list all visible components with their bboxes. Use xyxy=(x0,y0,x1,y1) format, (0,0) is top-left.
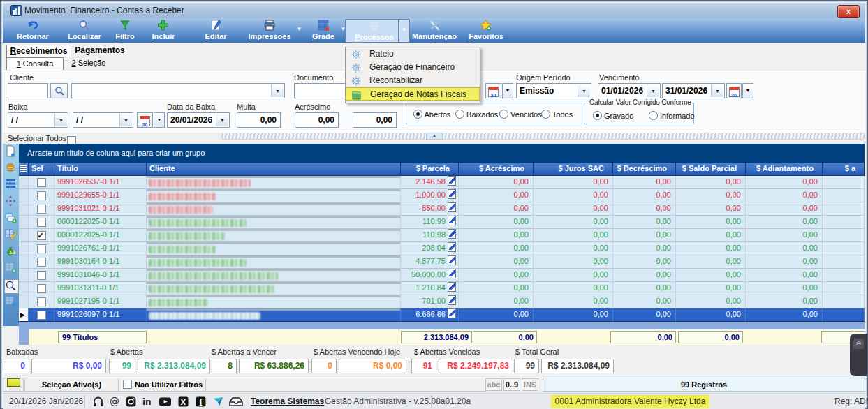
table-row[interactable]: 9991031311-0 1/11.210,840,000,000,000,00… xyxy=(19,282,865,295)
calendar-dropdown-baixa[interactable]: ▼ xyxy=(154,112,165,128)
table-row[interactable]: 0000122025-0 1/1110,980,000,000,000,000,… xyxy=(19,229,865,242)
row-select-cell[interactable] xyxy=(29,308,54,322)
calendar-dropdown-documento[interactable]: ▼ xyxy=(502,83,513,98)
row-checkbox[interactable] xyxy=(37,244,46,253)
cliente-name-combo[interactable]: ▼ xyxy=(71,83,285,98)
chevron-down-icon[interactable]: ▼ xyxy=(119,114,132,126)
table-row[interactable]: 9991031021-0 1/1850,000,000,000,000,000,… xyxy=(19,202,865,216)
calendar-button-baixa[interactable] xyxy=(137,112,153,128)
column-header-acrscimo[interactable]: $ Acréscimo xyxy=(459,163,534,176)
row-select-cell[interactable] xyxy=(29,216,54,229)
magnifier2-icon[interactable] xyxy=(4,279,19,294)
move-icon[interactable] xyxy=(5,195,17,208)
data-baixa-combo[interactable]: 20/01/2026▼ xyxy=(167,112,230,128)
note-icon[interactable] xyxy=(448,216,456,225)
at-icon[interactable]: @ xyxy=(109,396,121,408)
chevron-down-icon[interactable]: ▼ xyxy=(711,84,723,97)
x-icon[interactable]: X xyxy=(177,396,189,408)
radio-gravado[interactable]: Gravado xyxy=(593,111,633,120)
note-icon[interactable] xyxy=(448,229,456,239)
table-row[interactable]: 0000122025-0 1/1110,990,000,000,000,000,… xyxy=(19,216,865,229)
row-checkbox[interactable] xyxy=(37,204,46,214)
row-select-cell[interactable] xyxy=(29,282,54,295)
row-checkbox[interactable] xyxy=(37,191,46,200)
table-row[interactable]: 9991031046-0 1/150.000,000,000,000,000,0… xyxy=(19,269,865,282)
headphones-icon[interactable] xyxy=(92,396,104,408)
abc-button[interactable]: abc xyxy=(485,378,502,391)
row-select-cell[interactable] xyxy=(29,189,54,202)
cliente-code-input[interactable] xyxy=(8,83,48,98)
row-checkbox[interactable] xyxy=(37,258,46,267)
toolbar-button-impress-es[interactable]: Impressões xyxy=(238,19,301,41)
splitter-handle[interactable] xyxy=(221,133,865,140)
note-icon[interactable] xyxy=(448,282,456,292)
nao-utilizar-filtros-panel[interactable]: Não Utilizar Filtros xyxy=(118,378,206,392)
column-header-adiantamento[interactable]: $ Adiantamento xyxy=(746,163,823,176)
nao-utilizar-filtros-checkbox[interactable] xyxy=(123,380,132,389)
column-header-saldoparcial[interactable]: $ Saldo Parcial xyxy=(676,163,746,176)
vencimento-from-combo[interactable]: 01/01/2026▼ xyxy=(598,83,661,98)
row-checkbox[interactable] xyxy=(37,311,46,320)
toolbar-button-incluir[interactable]: Incluir xyxy=(140,19,187,41)
column-header-parcela[interactable]: $ Parcela xyxy=(401,163,459,176)
table-row[interactable]: ▶9991026097-0 1/16.666,660,000,000,000,0… xyxy=(19,308,865,322)
table-row[interactable]: 9991027195-0 1/1701,000,000,000,000,000,… xyxy=(19,295,865,308)
note-icon[interactable] xyxy=(448,242,456,252)
chevron-down-icon[interactable]: ▼ xyxy=(216,114,228,126)
chevron-down-icon[interactable]: ▼ xyxy=(54,114,67,126)
radio-abertos[interactable]: Abertos xyxy=(413,110,450,119)
column-header-a[interactable]: $ a xyxy=(823,163,865,176)
baixa-to-combo[interactable]: / /▼ xyxy=(73,112,133,128)
cliente-search-button[interactable] xyxy=(50,83,68,98)
calendar-button-vencimento[interactable] xyxy=(726,83,742,98)
note-icon[interactable] xyxy=(448,295,456,305)
collapse-splitter-button[interactable]: ▲ xyxy=(426,133,443,140)
row-checkbox[interactable] xyxy=(37,297,46,306)
column-header-jurossac[interactable]: $ Juros SAC xyxy=(534,163,613,176)
brand-link[interactable]: Teorema Sistemas xyxy=(251,396,324,406)
column-header-cliente[interactable]: Cliente xyxy=(147,163,401,176)
remote-access-tab[interactable]: ⊖ xyxy=(850,334,867,376)
chat-icon[interactable] xyxy=(5,212,17,225)
row-checkbox[interactable] xyxy=(37,218,46,227)
menu-item-recontabilizar[interactable]: Recontabilizar xyxy=(346,74,480,87)
menu-item-gera-o-de-financeiro[interactable]: Geração de Financeiro xyxy=(346,61,480,74)
baixa-from-combo[interactable]: / /▼ xyxy=(8,112,68,128)
table-row[interactable]: 9991026761-0 1/1208,040,000,000,000,000,… xyxy=(19,242,865,255)
row-select-cell[interactable] xyxy=(29,202,54,216)
subtab-2-sele-o[interactable]: 2 Seleção xyxy=(64,57,113,69)
radio-todos[interactable]: Todos xyxy=(541,110,573,119)
page-icon[interactable] xyxy=(5,145,17,158)
youtube-icon[interactable] xyxy=(159,396,170,408)
note-icon[interactable] xyxy=(448,202,456,212)
table-row[interactable]: 9991030164-0 1/14.877,750,000,000,000,00… xyxy=(19,255,865,269)
calendar-dropdown-vencimento[interactable]: ▼ xyxy=(742,83,753,98)
table-row[interactable]: 9991029655-0 1/11.000,000,000,000,000,00… xyxy=(19,189,865,202)
row-select-cell[interactable] xyxy=(29,229,54,242)
list-icon[interactable] xyxy=(5,179,17,191)
column-header-decrscimo[interactable]: $ Decréscimo xyxy=(613,163,676,176)
chevron-down-icon[interactable]: ▼ xyxy=(271,84,284,97)
gridplus-icon[interactable] xyxy=(5,262,17,275)
facebook-icon[interactable]: f xyxy=(195,396,207,408)
toolbar-button-manuten-o[interactable]: Manutenção xyxy=(403,19,466,41)
selecao-ativos-panel[interactable]: Seleção Ativo(s) xyxy=(24,378,119,392)
ins-button[interactable]: INS xyxy=(522,378,538,391)
coins-icon[interactable] xyxy=(5,162,17,174)
column-header-sel[interactable]: Sel xyxy=(29,163,54,176)
chevron-down-icon[interactable]: ▼ xyxy=(578,84,590,97)
acrescimo-input[interactable]: 0,00 xyxy=(295,112,339,128)
gridpencil-icon[interactable] xyxy=(5,229,17,241)
instagram-icon[interactable] xyxy=(125,396,137,408)
menu-item-gera-o-de-notas-fiscais[interactable]: Geração de Notas Fiscais xyxy=(346,87,480,101)
origem-combo[interactable]: Emissão▼ xyxy=(516,83,591,98)
note-icon[interactable] xyxy=(448,189,456,199)
row-checkbox[interactable] xyxy=(37,178,46,187)
calendar-button-documento[interactable] xyxy=(485,83,501,98)
row-checkbox[interactable] xyxy=(37,271,46,280)
row-select-cell[interactable] xyxy=(29,176,54,189)
row-checkbox[interactable] xyxy=(37,284,46,293)
vencimento-to-combo[interactable]: 31/01/2026▼ xyxy=(662,83,725,98)
radio-informado[interactable]: Informado xyxy=(649,111,695,120)
toolbar-button-retornar[interactable]: Retornar xyxy=(6,19,59,41)
